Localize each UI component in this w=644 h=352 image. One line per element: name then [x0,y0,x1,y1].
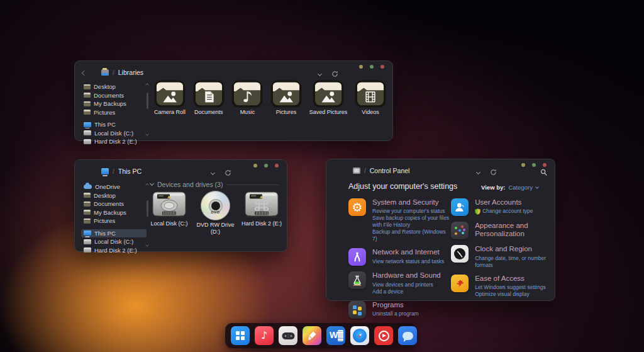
back-icon[interactable] [82,71,87,76]
folder-icon [84,110,91,115]
view-by-value[interactable]: Category [508,184,533,191]
safari-dock-icon[interactable] [350,326,369,345]
appearance-icon[interactable] [451,222,469,239]
programs-icon[interactable] [348,301,366,319]
scroll-down-icon[interactable] [145,243,149,247]
libraries-icon [101,69,109,76]
category-link[interactable]: Review your computer's status [372,208,450,215]
color-dots-icon [453,224,466,237]
sidebar-item-label: This PC [94,121,116,128]
chevron-down-icon[interactable] [211,171,215,175]
folder-tile-documents[interactable]: Documents [193,80,225,115]
chevron-down-icon[interactable] [318,72,322,76]
category-link[interactable]: Backup and Restore (Windows 7) [372,229,450,242]
ease-of-access-icon[interactable] [451,275,469,292]
category-title[interactable]: System and Security [372,198,450,207]
drive-tile-dvd-rw[interactable]: DVD DVD RW Drive (D:) [193,190,238,236]
user-accounts-icon[interactable] [451,198,469,216]
section-title: Devices and drives (3) [157,181,223,188]
sidebar: OneDrive Desktop Documents My Backups Pi… [81,183,147,254]
sidebar-item-my-backups[interactable]: My Backups [81,208,147,217]
scrollbar-thumb[interactable] [147,93,148,109]
category-link[interactable]: Optimize visual display [475,291,545,298]
hardware-and-sound-icon[interactable] [348,271,366,289]
sidebar-item-label: Hard Disk 2 (E:) [94,138,137,145]
paint-dock-icon[interactable] [303,326,321,345]
category-title[interactable]: Programs [372,301,419,309]
sidebar-item-hard-disk-2-e[interactable]: Hard Disk 2 (E:) [81,246,147,255]
category-link[interactable]: Change account type [482,208,533,215]
refresh-icon[interactable] [225,169,231,176]
windows-dock-icon[interactable] [231,326,250,345]
folder-tile-pictures[interactable]: Pictures [270,80,302,115]
sidebar-item-desktop[interactable]: Desktop [81,191,147,200]
drive-grid: Local Disk (C:) DVD DVD RW Drive (D:) [147,190,284,236]
music-dock-icon[interactable]: ♪ [255,326,274,345]
breadcrumb: / Control Panel [353,167,409,174]
category-title[interactable]: Network and Internet [372,248,444,256]
control-panel-window: / Control Panel Adjust your computer's s… [326,159,555,301]
clock-and-region-icon[interactable] [451,245,469,263]
category-link[interactable]: View devices and printers [372,281,441,288]
network-and-internet-icon[interactable] [348,248,366,266]
folder-icon [84,84,91,89]
sidebar-item-label: Documents [94,200,124,207]
network-icon [351,251,364,263]
drive-tile-hard-disk-2-e[interactable]: Hard Disk 2 (E:) [239,190,284,236]
category-title[interactable]: Appearance and Personalization [475,222,548,238]
games-dock-icon[interactable] [279,326,297,345]
search-icon[interactable] [540,169,547,176]
category-link[interactable]: Let Windows suggest settings [475,284,545,291]
section-collapse-icon[interactable] [150,181,154,186]
system-and-security-icon[interactable]: ⚙ [348,198,366,216]
messages-dock-icon[interactable] [398,326,417,345]
scroll-up-icon[interactable] [145,183,149,187]
this-pc-window: / This PC OneDrive Desktop Documents My … [74,159,287,252]
sidebar-item-documents[interactable]: Documents [81,200,147,208]
category-link[interactable]: Uninstall a program [372,310,419,317]
sidebar-item-hard-disk-2-e[interactable]: Hard Disk 2 (E:) [81,137,147,146]
sidebar-item-pictures[interactable]: Pictures [81,217,147,225]
hdd-icon [84,130,91,135]
chevron-down-icon[interactable] [476,170,480,174]
sidebar-item-pictures[interactable]: Pictures [81,108,147,117]
category-link[interactable]: Change date, time, or number formats [475,255,548,269]
view-by-label: View by: [481,184,505,191]
folder-tile-saved-pictures[interactable]: Saved Pictures [309,80,348,115]
folder-tile-camera-roll[interactable]: Camera Roll [154,80,186,115]
sidebar-item-this-pc[interactable]: This PC [81,229,147,238]
category-link[interactable]: Add a device [372,288,441,295]
scroll-up-icon[interactable] [145,83,149,87]
category-network-and-internet: Network and Internet View network status… [348,248,450,266]
category-link[interactable]: Save backup copies of your files with Fi… [372,215,450,229]
refresh-icon[interactable] [490,169,497,176]
window-title: Control Panel [370,167,410,174]
folder-image-icon [313,80,344,108]
category-title[interactable]: Clock and Region [475,245,548,253]
paintbrush-icon [307,331,317,341]
view-by-dropdown-icon[interactable] [535,185,539,189]
sidebar-item-local-disk-c[interactable]: Local Disk (C:) [81,129,147,138]
sidebar-item-my-backups[interactable]: My Backups [81,99,147,108]
category-title[interactable]: Ease of Access [475,275,545,283]
sidebar-item-this-pc[interactable]: This PC [81,120,147,129]
category-link[interactable]: View network status and tasks [372,258,444,265]
play-icon [379,331,389,341]
word-dock-icon[interactable]: W [326,326,345,345]
cloud-icon [84,185,92,189]
category-title[interactable]: Hardware and Sound [372,271,441,280]
category-link-row[interactable]: Change account type [475,208,533,215]
videos-dock-icon[interactable] [374,326,393,345]
sidebar-item-onedrive[interactable]: OneDrive [81,183,147,191]
sidebar-item-local-disk-c[interactable]: Local Disk (C:) [81,237,147,246]
category-title[interactable]: User Accounts [475,198,533,207]
scroll-down-icon[interactable] [145,132,149,136]
drive-tile-local-disk-c[interactable]: Local Disk (C:) [147,190,192,236]
sidebar-scrollbar[interactable] [145,82,150,137]
folder-tile-music[interactable]: Music [231,80,263,115]
sidebar-item-label: OneDrive [95,183,120,190]
folder-tile-videos[interactable]: Videos [355,80,386,115]
refresh-icon[interactable] [331,71,338,77]
sidebar-item-documents[interactable]: Documents [81,91,147,100]
sidebar-item-desktop[interactable]: Desktop [81,82,147,91]
